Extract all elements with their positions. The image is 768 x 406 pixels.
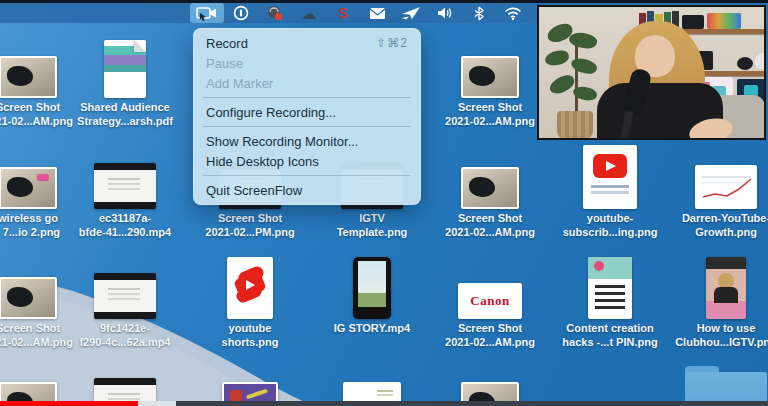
desktop-icon-label: Screen Shot 2021-02...AM.png	[445, 101, 535, 129]
mail-app-menu-icon[interactable]	[360, 3, 394, 23]
wifi-icon	[504, 7, 522, 20]
screenflow-dropdown-menu: Record ⇧⌘2 Pause Add Marker Configure Re…	[193, 28, 421, 205]
desktop-icon-label: 9fc1421e- f290-4c...62a.mp4	[79, 322, 170, 350]
menu-item-pause-label: Pause	[206, 56, 243, 71]
menu-item-add-marker[interactable]: Add Marker	[193, 73, 421, 93]
cloud-icon: ☁	[302, 6, 317, 21]
desktop-icon-label: youtube- subscrib...ing.png	[563, 212, 658, 240]
desktop-icon-purple-graphic[interactable]	[191, 358, 309, 406]
desktop-icon-label: Screen Shot 2021-02...AM.png	[0, 322, 73, 350]
menu-item-quit-label: Quit ScreenFlow	[206, 183, 302, 198]
desktop-icon-label: wireless go - 7...io 2.png	[0, 212, 60, 240]
desktop-icon-ec31187a-video[interactable]: ec31187a- bfde-41...290.mp4	[66, 143, 184, 240]
shelf-helmet	[755, 53, 766, 69]
pinterest-pin-thumbnail	[588, 257, 632, 319]
menu-item-record[interactable]: Record ⇧⌘2	[193, 33, 421, 53]
volume-menu-icon[interactable]	[428, 3, 462, 23]
screenflow-menu-icon[interactable]	[190, 3, 224, 23]
shelf-decor	[707, 13, 741, 29]
menu-item-show-monitor-label: Show Recording Monitor...	[206, 134, 358, 149]
desktop-icon-screenshot[interactable]: Screen Shot 2021-02...AM.png	[431, 32, 549, 129]
bluetooth-icon	[474, 6, 484, 21]
desktop-icon-ig-story[interactable]: IG STORY.mp4	[313, 253, 431, 336]
desktop-icon-label: IGTV Template.png	[337, 212, 408, 240]
paper-plane-icon	[401, 6, 421, 20]
photo-thumbnail	[0, 56, 57, 98]
menu-item-quit-screenflow[interactable]: Quit ScreenFlow	[193, 180, 421, 200]
recording-app-menu-icon[interactable]	[258, 3, 292, 23]
pdf-thumbnail	[104, 40, 146, 98]
desktop-icon-label: Screen Shot 2021-02...AM.png	[445, 212, 535, 240]
menu-item-show-recording-monitor[interactable]: Show Recording Monitor...	[193, 131, 421, 151]
desktop-icon-label: ec31187a- bfde-41...290.mp4	[79, 212, 171, 240]
canon-logo-thumbnail: Canon	[458, 283, 522, 319]
webcam-overlay	[537, 5, 766, 140]
desktop-icon-photo[interactable]	[431, 358, 549, 406]
menu-separator	[203, 126, 411, 127]
video-thumbnail	[94, 273, 156, 319]
person-photo-thumbnail	[706, 257, 746, 319]
paper-plane-menu-icon[interactable]	[394, 3, 428, 23]
onepassword-menu-icon[interactable]	[224, 3, 258, 23]
menu-item-hide-desktop-icons[interactable]: Hide Desktop Icons	[193, 151, 421, 171]
desktop-icon-folder[interactable]	[667, 358, 768, 406]
s-letter-icon: S	[338, 6, 347, 20]
photo-thumbnail	[0, 167, 57, 209]
progress-buffered	[138, 401, 176, 406]
photo-thumbnail	[461, 167, 519, 209]
menubar-status-icons: ☁ S	[190, 3, 530, 23]
desktop-icon-label: Screen Shot 2021-02...PM.png	[205, 212, 294, 240]
desktop-icon-youtube-subscribe[interactable]: youtube- subscrib...ing.png	[551, 143, 669, 240]
menu-item-pause[interactable]: Pause	[193, 53, 421, 73]
desktop-icon-screenshot[interactable]: Screen Shot 2021-02...AM.png	[431, 143, 549, 240]
desktop-icon-9fc1421e-video[interactable]: 9fc1421e- f290-4c...62a.mp4	[66, 253, 184, 350]
cloud-app-menu-icon[interactable]: ☁	[292, 3, 326, 23]
folder-icon	[685, 366, 767, 406]
desktop-icon-canon-screenshot[interactable]: Canon Screen Shot 2021-02...AM.png	[431, 253, 549, 350]
chart-thumbnail	[695, 165, 757, 209]
speaker-icon	[437, 6, 454, 20]
menu-separator	[203, 97, 411, 98]
desktop-icon-youtube-shorts[interactable]: youtube shorts.png	[191, 253, 309, 350]
desktop-icon-label: Darren-YouTube- Growth.png	[682, 212, 768, 240]
photo-thumbnail	[0, 277, 57, 319]
menu-item-record-label: Record	[206, 36, 248, 51]
menu-separator	[203, 175, 411, 176]
youtube-progress-bar[interactable]	[0, 401, 768, 406]
photo-thumbnail	[461, 56, 519, 98]
desktop-icon-label: How to use Clubhou...IGTV.png	[675, 322, 768, 350]
keyhole-circle-icon	[233, 5, 249, 21]
desktop-icon-label: IG STORY.mp4	[334, 322, 410, 336]
menu-item-add-marker-label: Add Marker	[206, 76, 273, 91]
record-dot-icon	[266, 5, 284, 21]
desktop-icon-shared-audience-pdf[interactable]: Shared Audience Strategy...arsh.pdf	[66, 32, 184, 129]
desktop-icon-label: Content creation hacks -...t PIN.png	[562, 322, 657, 350]
desktop-icon-content-creation-pin[interactable]: Content creation hacks -...t PIN.png	[551, 253, 669, 350]
desktop-icon-label: Shared Audience Strategy...arsh.pdf	[77, 101, 173, 129]
canon-logo-text: Canon	[470, 293, 509, 309]
shelf-speaker	[737, 57, 753, 70]
screenflow-camera-icon	[196, 6, 218, 21]
wifi-menu-icon[interactable]	[496, 3, 530, 23]
menu-item-configure-label: Configure Recording...	[206, 105, 336, 120]
desktop-icon-label: Screen Shot 2021-02...AM.png	[0, 101, 73, 129]
youtube-logo-thumbnail	[583, 145, 637, 209]
menu-item-record-shortcut: ⇧⌘2	[376, 36, 408, 50]
progress-played	[0, 401, 138, 406]
video-thumbnail	[94, 163, 156, 209]
plant-basket	[557, 111, 593, 139]
menu-item-hide-icons-label: Hide Desktop Icons	[206, 154, 319, 169]
bluetooth-menu-icon[interactable]	[462, 3, 496, 23]
phone-video-thumbnail	[353, 257, 391, 319]
shelf-device	[682, 15, 704, 29]
desktop-icon-green-landscape[interactable]	[313, 358, 431, 406]
desktop-icon-clubhouse-igtv[interactable]: How to use Clubhou...IGTV.png	[667, 253, 768, 350]
desktop-icon-label: Screen Shot 2021-02...AM.png	[445, 322, 535, 350]
envelope-icon	[369, 7, 386, 20]
s-app-menu-icon[interactable]: S	[326, 3, 360, 23]
desktop-icon-darren-youtube-growth[interactable]: Darren-YouTube- Growth.png	[667, 143, 768, 240]
youtube-shorts-thumbnail	[227, 257, 273, 319]
desktop-icon-video[interactable]	[66, 358, 184, 406]
menu-item-configure-recording[interactable]: Configure Recording...	[193, 102, 421, 122]
desktop-icon-label: youtube shorts.png	[222, 322, 279, 350]
